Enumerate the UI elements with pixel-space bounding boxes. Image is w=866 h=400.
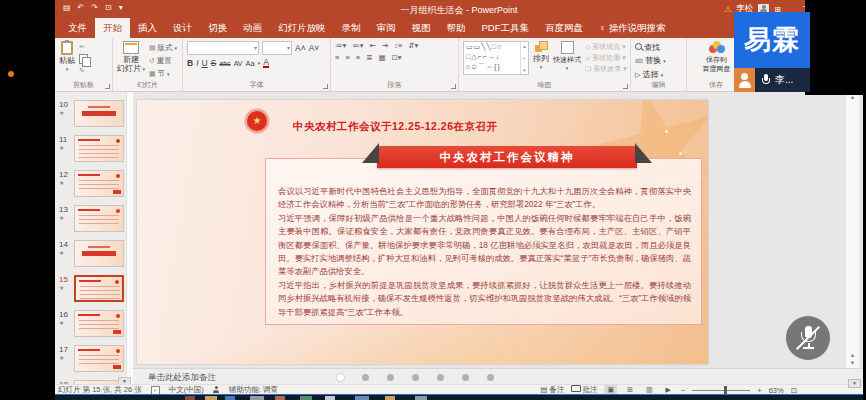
windows-taskbar-strip[interactable] [55, 394, 863, 400]
previous-slide-icon[interactable]: ▲ [846, 352, 859, 358]
shape-outline-button[interactable]: ▱ 形状轮廓 ▾ [585, 52, 627, 63]
bullets-button[interactable]: ≔▾ [335, 41, 346, 50]
overlay-black-panel [805, 0, 866, 95]
shapes-gallery[interactable]: ▭▭╲╲□○□△⌐⌐→↓⌂✩⌒～{} ▴▪▾ [463, 41, 529, 75]
shape-effects-button[interactable]: ❑ 形状效果 ▾ [585, 63, 627, 74]
tab-review[interactable]: 审阅 [369, 18, 404, 38]
slide-body-textbox[interactable]: 会议以习近平新时代中国特色社会主义思想为指导，全面贯彻党的十九大和十九届历次全会… [265, 158, 702, 325]
copy-icon[interactable] [79, 54, 88, 64]
party-emblem-icon: ★ [247, 111, 267, 131]
slide-15[interactable]: ★ ★ ★ 中央农村工作会议于12.25-12.26在京召开 会议以习近平新时代… [137, 100, 708, 364]
grow-font-button[interactable]: A˄ [295, 43, 306, 53]
quick-styles-button[interactable]: 快速样式▾ [553, 41, 581, 75]
reset-button[interactable]: ↺重置 [149, 56, 177, 66]
paste-icon [61, 41, 73, 55]
line-spacing-button[interactable]: ↕≡ [394, 41, 402, 50]
align-left-button[interactable]: ≡ [335, 53, 339, 62]
new-slide-button[interactable]: 新建 幻灯片 ▾ [117, 41, 145, 79]
tab-slideshow[interactable]: 幻灯片放映 [270, 18, 334, 38]
tab-design[interactable]: 设计 [165, 18, 200, 38]
microphone-icon [762, 74, 770, 87]
thumbnail-slide-13[interactable]: 13★ [59, 205, 133, 232]
next-slide-icon[interactable]: ▼ [846, 360, 859, 366]
thumbnail-slide-12[interactable]: 12★ [59, 170, 133, 197]
selected-thumbnail[interactable] [74, 275, 124, 302]
section-button[interactable]: ▦节▾ [149, 69, 177, 79]
slide-paragraph-2: 习近平强调，保障好初级产品供给是一个重大战略性问题，中国人的饭碗任何时候都要牢牢… [278, 212, 691, 279]
participant-icon[interactable] [734, 68, 755, 92]
decrease-indent-button[interactable]: ⇤ [370, 41, 376, 50]
tab-view[interactable]: 视图 [404, 18, 439, 38]
paragraph-dialog-launcher[interactable] [451, 84, 456, 89]
font-size-select[interactable] [262, 41, 292, 55]
tab-pdf-tools[interactable]: PDF工具集 [474, 18, 538, 38]
thumbnail-slide-11[interactable]: 11★ [59, 135, 133, 162]
zoom-slider[interactable] [692, 390, 750, 391]
font-name-select[interactable] [187, 41, 259, 55]
bold-button[interactable]: B [187, 58, 193, 68]
slide-banner-title[interactable]: 中央农村工作会议精神 [377, 146, 637, 168]
font-group: A˄ A˅ B I U S abc AV Aa ▾ A 字体 [183, 38, 331, 91]
slide-dot-active [337, 374, 344, 381]
font-dialog-launcher[interactable] [323, 84, 328, 89]
thumbnail-slide-17[interactable]: 17★ [59, 345, 133, 372]
thumbnail-slide-10[interactable]: 10★ [59, 100, 133, 127]
replace-button[interactable]: ab 替换 ▾ [635, 54, 683, 68]
tab-tell-me[interactable]: ♀操作说明搜索 [591, 18, 674, 38]
increase-indent-button[interactable]: ⇥ [382, 41, 388, 50]
notes-placeholder[interactable]: 单击此处添加备注 [148, 372, 216, 384]
slide-paragraph-3: 习近平指出，乡村振兴的前提是巩固脱贫攻坚成果，要持续抓紧抓好，让脱贫群众生活更上… [278, 279, 691, 319]
meeting-app-badge[interactable]: 易霖 [734, 12, 810, 68]
cut-icon[interactable]: ✂ [79, 43, 88, 51]
vertical-scrollbar[interactable]: ▲ ▲ ▼ [845, 92, 859, 368]
find-icon [635, 43, 642, 50]
tab-home[interactable]: 开始 [95, 18, 130, 38]
text-direction-button[interactable]: ⇵▾ [408, 41, 418, 50]
align-center-button[interactable]: ≡ [345, 53, 349, 62]
shrink-font-button[interactable]: A˅ [309, 43, 320, 53]
shapes-scrollbar[interactable]: ▴▪▾ [520, 42, 528, 74]
tab-animations[interactable]: 动画 [235, 18, 270, 38]
numbering-button[interactable]: ≕▾ [352, 41, 363, 50]
speaker-indicator[interactable]: 李... [755, 68, 810, 92]
format-painter-icon[interactable]: ✎ [79, 67, 88, 75]
zoom-slider-thumb[interactable] [724, 386, 727, 394]
drawing-dialog-launcher[interactable] [623, 84, 628, 89]
underline-button[interactable]: U [202, 58, 208, 68]
clipboard-dialog-launcher[interactable] [105, 84, 110, 89]
justify-button[interactable]: ≣ [366, 53, 372, 62]
collapse-arrow-button[interactable]: ▼ [848, 379, 861, 388]
clear-format-button[interactable]: abc [219, 60, 230, 67]
layout-button[interactable]: ▤版式▾ [149, 43, 177, 53]
arrange-icon [535, 41, 547, 53]
thumbnail-scrollbar[interactable] [126, 92, 133, 384]
mute-microphone-button[interactable] [786, 316, 830, 360]
thumbnail-slide-15[interactable]: 15★ [59, 275, 133, 302]
tab-transitions[interactable]: 切换 [200, 18, 235, 38]
thumbnail-scroll-down-button[interactable]: ▼ [118, 377, 131, 384]
tab-insert[interactable]: 插入 [130, 18, 165, 38]
slide-dot [462, 374, 469, 381]
columns-button[interactable]: ▦ [378, 53, 385, 62]
strikethrough-button[interactable]: S [211, 58, 217, 68]
character-spacing-button[interactable]: AV [234, 60, 243, 67]
tab-file[interactable]: 文件 [60, 18, 95, 38]
tab-help[interactable]: 帮助 [439, 18, 474, 38]
smartart-button[interactable]: ⊡▾ [392, 53, 402, 62]
notes-pane[interactable]: 单击此处添加备注 [133, 368, 863, 385]
thumbnail-slide-14[interactable]: 14★ [59, 240, 133, 267]
find-button[interactable]: 查找 [635, 41, 683, 54]
slide-headline[interactable]: 中央农村工作会议于12.25-12.26在京召开 [293, 120, 498, 134]
accessibility-icon [213, 386, 220, 394]
change-case-button[interactable]: Aa [245, 59, 254, 68]
arrange-button[interactable]: 排列▾ [533, 41, 549, 75]
align-right-button[interactable]: ≡ [356, 53, 360, 62]
shape-fill-button[interactable]: ◇ 形状填充 ▾ [585, 41, 627, 52]
italic-button[interactable]: I [196, 58, 198, 68]
thumbnail-slide-16[interactable]: 16★ [59, 310, 133, 337]
paste-button[interactable]: 粘贴▾ [59, 41, 75, 75]
font-color-button[interactable]: A [263, 58, 269, 68]
tab-baidu-netdisk[interactable]: 百度网盘 [537, 18, 591, 38]
tab-record[interactable]: 录制 [334, 18, 369, 38]
tell-me-icon: ♀ [599, 23, 606, 33]
